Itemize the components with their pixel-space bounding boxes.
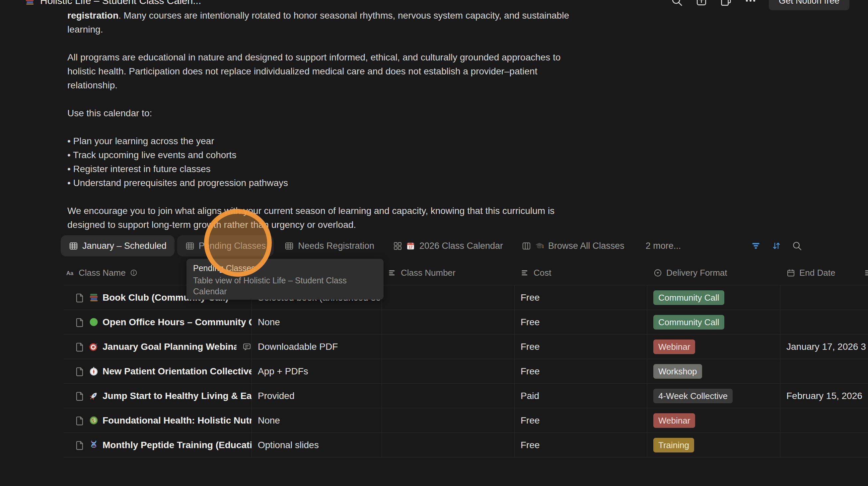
- class-name-cell[interactable]: Jump Start to Healthy Living & Eati: [64, 384, 252, 408]
- end-date-cell[interactable]: [780, 433, 868, 457]
- view-tab-january-scheduled[interactable]: January – Scheduled: [61, 235, 175, 256]
- table-icon: [185, 241, 195, 251]
- search-icon[interactable]: [671, 0, 683, 7]
- get-notion-free-button[interactable]: Get Notion free: [769, 0, 849, 10]
- table-icon: [69, 241, 78, 251]
- materials-cell[interactable]: Optional slides: [252, 433, 382, 457]
- class-name-cell[interactable]: New Patient Orientation Collective: [64, 359, 252, 383]
- materials-cell[interactable]: None: [252, 310, 382, 334]
- end-date-cell[interactable]: [780, 310, 868, 334]
- delivery-format-cell[interactable]: Workshop: [647, 359, 780, 383]
- table-row[interactable]: January Goal Planning WebinarDownloadabl…: [64, 335, 868, 359]
- column-header-end-date[interactable]: End Date: [780, 260, 868, 285]
- info-icon[interactable]: [130, 269, 138, 277]
- view-tab-label: Browse All Classes: [548, 241, 624, 251]
- cost-cell[interactable]: Free: [515, 359, 647, 383]
- class-number-cell[interactable]: [382, 408, 515, 432]
- table-row[interactable]: Monthly Peptide Training (EducatioOption…: [64, 433, 868, 457]
- column-label: Class Name: [79, 268, 126, 278]
- delivery-format-badge: Workshop: [653, 364, 702, 379]
- class-name-text[interactable]: January Goal Planning Webinar: [102, 342, 237, 352]
- table-row[interactable]: Jump Start to Healthy Living & EatiProvi…: [64, 384, 868, 408]
- cost-cell[interactable]: Free: [515, 335, 647, 359]
- more-views-button[interactable]: 2 more...: [646, 241, 681, 251]
- class-name-text[interactable]: Jump Start to Healthy Living & Eati: [102, 391, 251, 401]
- end-date-cell[interactable]: [780, 285, 868, 310]
- column-header-delivery-format[interactable]: Delivery Format: [647, 260, 780, 285]
- cost-cell[interactable]: Free: [515, 408, 647, 432]
- class-number-cell[interactable]: [382, 384, 515, 408]
- table-row[interactable]: Foundational Health: Holistic NutritNone…: [64, 408, 868, 433]
- filter-icon[interactable]: [750, 240, 761, 251]
- end-date-cell[interactable]: [780, 408, 868, 432]
- class-name-cell[interactable]: Open Office Hours – Community Q&: [64, 310, 252, 334]
- paragraph[interactable]: registration. Many courses are intention…: [67, 9, 585, 36]
- delivery-format-cell[interactable]: Webinar: [647, 408, 780, 432]
- cost-cell[interactable]: Free: [515, 310, 647, 334]
- materials-cell[interactable]: None: [252, 408, 382, 432]
- salad-emoji: [89, 415, 99, 426]
- materials-cell[interactable]: Provided: [252, 384, 382, 408]
- class-name-text[interactable]: Monthly Peptide Training (Educatio: [102, 440, 251, 451]
- delivery-format-cell[interactable]: Training: [647, 433, 780, 457]
- class-name-text[interactable]: Open Office Hours – Community Q&: [102, 317, 251, 327]
- topbar-actions: Get Notion free: [671, 0, 849, 10]
- delivery-format-cell[interactable]: Community Call: [647, 310, 780, 334]
- view-tab-browse-all-classes[interactable]: Browse All Classes: [514, 235, 632, 256]
- topbar: Holistic Life – Student Class Calen... G…: [0, 0, 868, 11]
- page-icon[interactable]: [75, 317, 85, 328]
- board-icon: [522, 241, 531, 251]
- column-label: End Date: [799, 268, 835, 278]
- view-tab-2026-class-calendar[interactable]: 172026 Class Calendar: [385, 235, 511, 256]
- page-icon[interactable]: [75, 415, 85, 426]
- delivery-format-cell[interactable]: Community Call: [647, 285, 780, 310]
- notion-window: Holistic Life – Student Class Calen... G…: [0, 0, 868, 486]
- delivery-format-cell[interactable]: Webinar: [647, 335, 780, 359]
- breadcrumb[interactable]: Holistic Life – Student Class Calen...: [25, 0, 201, 6]
- class-number-cell[interactable]: [382, 335, 515, 359]
- comment-icon[interactable]: [242, 342, 251, 351]
- delivery-format-badge: Training: [653, 438, 694, 453]
- table-row[interactable]: Book Club (Community Call)Selected book …: [64, 285, 868, 310]
- delivery-format-cell[interactable]: 4-Week Collective: [647, 384, 780, 408]
- sort-icon[interactable]: [771, 240, 782, 251]
- class-number-cell[interactable]: [382, 433, 515, 457]
- page-icon[interactable]: [75, 439, 85, 451]
- materials-cell[interactable]: Downloadable PDF: [252, 335, 382, 359]
- table-row[interactable]: Open Office Hours – Community Q&NoneFree…: [64, 310, 868, 335]
- class-number-cell[interactable]: [382, 285, 515, 310]
- class-name-cell[interactable]: January Goal Planning Webinar: [64, 335, 252, 359]
- view-tab-list: January – ScheduledPending ClassesNeeds …: [61, 235, 632, 256]
- end-date-cell[interactable]: [780, 359, 868, 383]
- page-icon[interactable]: [75, 366, 85, 377]
- class-number-cell[interactable]: [382, 310, 515, 334]
- class-name-text[interactable]: Foundational Health: Holistic Nutrit: [102, 415, 251, 426]
- column-header-class-number[interactable]: Class Number: [382, 260, 515, 285]
- paragraph[interactable]: We encourage you to join what aligns wit…: [67, 204, 585, 232]
- search-icon[interactable]: [792, 240, 802, 251]
- class-name-cell[interactable]: Monthly Peptide Training (Educatio: [64, 433, 252, 457]
- page-icon[interactable]: [75, 292, 85, 303]
- cost-cell[interactable]: Free: [515, 433, 647, 457]
- paragraph[interactable]: All programs are educational in nature a…: [67, 51, 585, 92]
- column-header-cost[interactable]: Cost: [515, 260, 647, 285]
- class-number-cell[interactable]: [382, 359, 515, 383]
- page-icon[interactable]: [75, 341, 85, 352]
- class-name-cell[interactable]: Foundational Health: Holistic Nutrit: [64, 408, 252, 432]
- share-icon[interactable]: [695, 0, 708, 7]
- end-date-cell[interactable]: February 15, 2026: [780, 384, 868, 408]
- delivery-format-badge: Webinar: [653, 413, 695, 428]
- column-label: Cost: [533, 268, 551, 278]
- materials-cell[interactable]: App + PDFs: [252, 359, 382, 383]
- class-name-text[interactable]: New Patient Orientation Collective: [102, 366, 251, 377]
- more-dots-icon[interactable]: [744, 0, 757, 7]
- cost-cell[interactable]: Paid: [515, 384, 647, 408]
- gradcap-icon: [534, 241, 544, 251]
- cost-cell[interactable]: Free: [515, 285, 647, 310]
- view-tab-needs-registration[interactable]: Needs Registration: [276, 235, 382, 256]
- duplicate-icon[interactable]: [720, 0, 732, 7]
- table-row[interactable]: New Patient Orientation CollectiveApp + …: [64, 359, 868, 384]
- page-icon[interactable]: [75, 390, 85, 402]
- bullet-list[interactable]: Use this calendar to:: [67, 106, 585, 120]
- end-date-cell[interactable]: January 17, 2026 3: [780, 335, 868, 359]
